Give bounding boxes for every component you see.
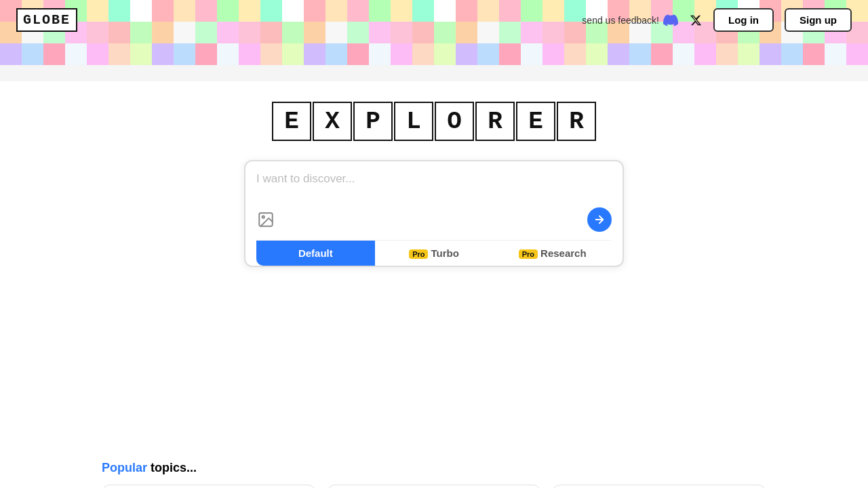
pixel-cell (803, 43, 825, 65)
pixel-cell (825, 43, 846, 65)
pixel-cell (521, 43, 542, 65)
explorer-letter: R (557, 102, 596, 141)
pixel-cell (304, 43, 326, 65)
svg-point-1 (262, 216, 264, 218)
pixel-cell (542, 43, 564, 65)
pixel-cell (412, 43, 434, 65)
pixel-cell (846, 65, 868, 81)
pixel-cell (174, 43, 195, 65)
tab-default[interactable]: Default (256, 241, 375, 266)
pixel-cell (521, 65, 542, 81)
pixel-cell (282, 65, 304, 81)
pixel-cell (781, 43, 803, 65)
pixel-cell (282, 43, 304, 65)
pixel-cell (846, 43, 868, 65)
search-input[interactable] (256, 172, 612, 199)
pixel-cell (152, 65, 174, 81)
pixel-cell (108, 43, 130, 65)
discord-icon (663, 13, 678, 28)
pixel-cell (738, 43, 760, 65)
pixel-cell (239, 65, 260, 81)
explorer-letter: P (353, 102, 393, 141)
pixel-cell (65, 43, 87, 65)
pixel-cell (477, 65, 499, 81)
topic-card[interactable]: 🌿 To do in Munich, GermanyParks and Gard… (327, 485, 541, 488)
tab-turbo-label: Turbo (431, 247, 458, 259)
main-content: EXPLORER Default ProTurbo (0, 81, 868, 488)
pixel-cell (130, 43, 152, 65)
pixel-cell (43, 43, 65, 65)
pixel-cell (456, 43, 477, 65)
explorer-heading: EXPLORER (271, 102, 597, 141)
pixel-cell (499, 43, 521, 65)
pixel-cell (651, 43, 673, 65)
pixel-cell (174, 65, 195, 81)
signup-button[interactable]: Sign up (785, 8, 852, 32)
pixel-cell (760, 65, 781, 81)
pixel-cell (694, 65, 716, 81)
tab-research-label: Research (540, 247, 587, 259)
pixel-cell (65, 65, 87, 81)
feedback-text: send us feedback! (582, 15, 659, 26)
pixel-cell (130, 65, 152, 81)
popular-title: Popular topics... (102, 461, 766, 475)
pixel-cell (694, 43, 716, 65)
logo[interactable]: GLOBE (16, 8, 77, 32)
pixel-cell (608, 43, 629, 65)
login-button[interactable]: Log in (713, 8, 774, 32)
pixel-cell (260, 65, 282, 81)
pixel-cell (477, 43, 499, 65)
feedback-link[interactable]: send us feedback! (582, 13, 678, 28)
pixel-cell (0, 43, 22, 65)
explorer-letter: E (272, 102, 311, 141)
topics-grid: 🖊️ Learning materials scienceAtomic Stru… (102, 485, 766, 488)
pixel-cell (586, 43, 608, 65)
navbar: GLOBE send us feedback! Log in Sign up (0, 0, 868, 40)
topic-card[interactable]: 🧑‍🤝‍🧑 Motor SystemsVoluntary MovementPri… (552, 485, 766, 488)
pixel-cell (369, 65, 391, 81)
pixel-cell (564, 43, 586, 65)
pixel-cell (87, 65, 108, 81)
pixel-cell (716, 65, 738, 81)
pixel-cell (22, 43, 43, 65)
pixel-cell (586, 65, 608, 81)
pixel-cell (87, 43, 108, 65)
pixel-cell (434, 65, 456, 81)
tab-research[interactable]: ProResearch (493, 241, 612, 266)
pixel-cell (152, 43, 174, 65)
pixel-cell (326, 43, 347, 65)
pixel-cell (326, 65, 347, 81)
explorer-letter: O (435, 102, 474, 141)
image-upload-icon[interactable] (256, 210, 275, 229)
pro-badge-turbo: Pro (409, 249, 428, 259)
pixel-cell (608, 65, 629, 81)
popular-highlight: Popular (102, 461, 147, 474)
popular-section: Popular topics... 🖊️ Learning materials … (0, 461, 868, 488)
pixel-cell (673, 65, 694, 81)
pixel-cell (781, 65, 803, 81)
pixel-cell (0, 65, 22, 81)
pixel-cell (542, 65, 564, 81)
pixel-cell (629, 43, 651, 65)
logo-text: GLOBE (23, 12, 71, 28)
submit-button[interactable] (587, 207, 612, 232)
pixel-cell (22, 65, 43, 81)
search-container: Default ProTurbo ProResearch (244, 160, 624, 267)
tab-turbo[interactable]: ProTurbo (375, 241, 494, 266)
x-social-icon[interactable] (689, 14, 703, 27)
pixel-cell (260, 43, 282, 65)
explorer-letter: R (475, 102, 515, 141)
pixel-cell (369, 43, 391, 65)
pixel-cell (760, 43, 781, 65)
search-footer (256, 202, 612, 240)
pixel-cell (412, 65, 434, 81)
pixel-cell (347, 65, 369, 81)
pixel-cell (651, 65, 673, 81)
explorer-letter: E (516, 102, 555, 141)
topic-card[interactable]: 🖊️ Learning materials scienceAtomic Stru… (102, 485, 316, 488)
pixel-cell (195, 43, 217, 65)
pixel-cell (738, 65, 760, 81)
pixel-cell (499, 65, 521, 81)
pixel-cell (347, 43, 369, 65)
pixel-cell (43, 65, 65, 81)
